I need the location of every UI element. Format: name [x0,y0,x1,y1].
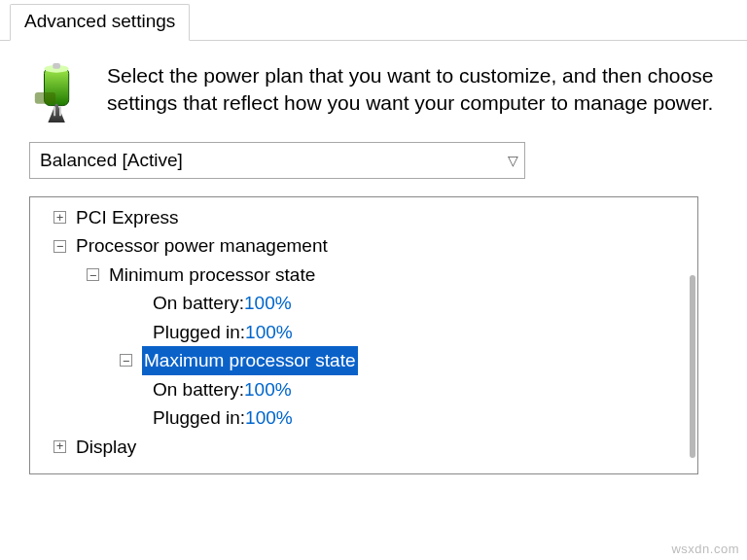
tab-strip: Advanced settings [0,0,747,41]
power-plan-select[interactable]: Balanced [Active] ▽ [29,142,525,179]
svg-rect-2 [53,63,60,69]
svg-rect-4 [59,107,61,117]
tree-node-display[interactable]: Display [30,433,697,461]
svg-rect-3 [53,107,55,117]
tree-node-pci-express[interactable]: PCI Express [30,203,697,231]
tree-item-min-on-battery[interactable]: On battery 100% [30,289,697,317]
collapse-icon[interactable] [87,268,99,281]
tree-node-processor-power-management[interactable]: Processor power management [30,231,697,260]
intro-text: Select the power plan that you want to c… [107,62,718,118]
tree-item-min-plugged-in[interactable]: Plugged in 100% [30,318,697,346]
watermark: wsxdn.com [671,542,739,556]
expand-icon[interactable] [53,211,66,224]
power-plan-selected-label: Balanced [Active] [40,150,183,171]
expand-icon[interactable] [53,440,66,453]
svg-rect-5 [35,92,55,104]
settings-tree: PCI Express Processor power management M… [29,196,698,474]
tree-item-max-on-battery[interactable]: On battery 100% [30,375,697,403]
collapse-icon[interactable] [53,240,66,253]
tab-advanced-settings[interactable]: Advanced settings [10,4,190,41]
tree-node-minimum-processor-state[interactable]: Minimum processor state [30,261,697,289]
battery-icon [29,62,89,122]
intro-row: Select the power plan that you want to c… [29,62,718,122]
collapse-icon[interactable] [120,354,132,367]
scrollbar-thumb[interactable] [690,275,695,458]
chevron-down-icon: ▽ [508,153,518,168]
tree-node-maximum-processor-state[interactable]: Maximum processor state [30,346,697,374]
settings-panel: Select the power plan that you want to c… [0,41,747,474]
tree-item-max-plugged-in[interactable]: Plugged in 100% [30,403,697,432]
